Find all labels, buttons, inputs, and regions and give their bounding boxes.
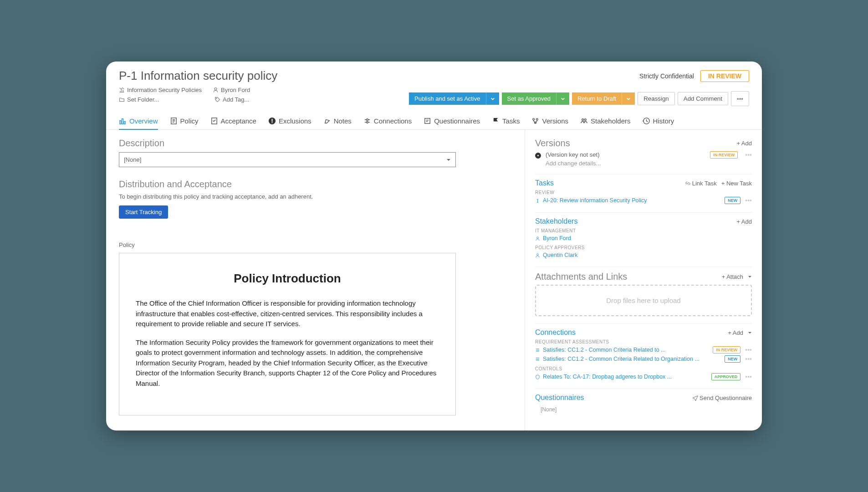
add-comment-button[interactable]: Add Comment [678, 92, 728, 105]
svg-point-21 [537, 253, 539, 255]
chart-icon [119, 87, 125, 93]
stakeholders-section: Stakeholders+ Add IT MANAGEMENT Byron Fo… [535, 212, 752, 259]
connection-item[interactable]: Satisfies: CC1.2 - Common Criteria Relat… [535, 345, 752, 354]
chevron-down-icon [626, 97, 631, 101]
connections-section: Connections+ Add REQUIREMENT ASSESSMENTS… [535, 323, 752, 381]
tasks-title[interactable]: Tasks [535, 179, 554, 187]
person-icon [535, 253, 540, 258]
connection-item[interactable]: Relates To: CA-17: Dropbag adgeres to Dr… [535, 372, 752, 381]
folder-icon [119, 97, 125, 102]
version-radio[interactable] [535, 153, 541, 159]
connection-category: CONTROLS [535, 366, 752, 371]
doc-title: Policy Introduction [136, 272, 439, 286]
person-icon [213, 87, 219, 93]
svg-rect-12 [425, 118, 430, 123]
draft-caret[interactable] [622, 94, 635, 104]
svg-point-16 [582, 119, 584, 121]
svg-point-17 [584, 119, 586, 121]
stakeholder-category: POLICY APPROVERS [535, 245, 752, 250]
stakeholders-title[interactable]: Stakeholders [535, 217, 577, 226]
approve-button[interactable]: Set as Approved [502, 92, 569, 105]
attachments-section: Attachments and Links+ Attach Drop files… [535, 266, 752, 316]
acceptance-icon [210, 117, 218, 125]
questionnaires-empty: [None] [535, 405, 752, 413]
tab-notes[interactable]: Notes [323, 117, 352, 129]
return-draft-button[interactable]: Return to Draft [572, 92, 635, 105]
publish-button[interactable]: Publish and set as Active [409, 92, 499, 105]
tab-tasks[interactable]: Tasks [492, 117, 520, 129]
connection-menu[interactable]: ••• [745, 355, 752, 363]
main-panel: Description [None] Distribution and Acce… [106, 130, 525, 430]
connection-menu[interactable]: ••• [745, 373, 752, 380]
reassign-button[interactable]: Reassign [638, 92, 675, 105]
connection-item[interactable]: Satisfies: CC1.2 - Common Criteria Relat… [535, 354, 752, 364]
stakeholders-icon [580, 117, 588, 125]
connection-badge: APPROVED [711, 373, 741, 380]
svg-rect-3 [122, 119, 123, 124]
connections-title[interactable]: Connections [535, 328, 576, 337]
connection-badge: NEW [725, 355, 740, 363]
attachments-title: Attachments and Links [535, 272, 627, 282]
tasks-section: Tasks Link Task+ New Task REVIEW AI-20: … [535, 174, 752, 205]
distribution-text: To begin distributing this policy and tr… [119, 193, 512, 200]
confidentiality-label: Strictly Confidential [639, 72, 694, 80]
add-tag-button[interactable]: Add Tag... [214, 96, 249, 103]
svg-point-13 [533, 118, 535, 120]
start-tracking-button[interactable]: Start Tracking [119, 205, 168, 219]
send-questionnaire-button[interactable]: Send Questionnaire [692, 395, 752, 401]
svg-rect-4 [124, 121, 125, 124]
tab-acceptance[interactable]: Acceptance [210, 117, 256, 129]
version-menu[interactable]: ••• [745, 151, 752, 159]
app-window: P-1 Information security policy Strictly… [106, 62, 762, 430]
send-icon [692, 395, 698, 401]
policy-label: Policy [119, 241, 512, 248]
questionnaires-icon [424, 117, 431, 125]
tab-overview[interactable]: Overview [119, 117, 158, 129]
owner-link[interactable]: Byron Ford [213, 87, 250, 93]
version-item[interactable]: (Version key not set)Add change details.… [546, 151, 705, 167]
task-category: REVIEW [535, 190, 752, 195]
tab-exclusions[interactable]: Exclusions [268, 117, 311, 129]
tab-history[interactable]: History [643, 117, 674, 129]
versions-icon [531, 117, 539, 125]
shield-icon [535, 374, 540, 379]
tab-connections[interactable]: Connections [363, 117, 412, 129]
more-menu-button[interactable]: ••• [731, 91, 749, 106]
add-stakeholder-button[interactable]: + Add [736, 218, 752, 225]
new-task-button[interactable]: + New Task [721, 180, 752, 187]
task-icon [535, 198, 540, 203]
policy-icon [170, 117, 178, 125]
caret-down-icon [748, 331, 752, 335]
flag-icon [492, 117, 500, 125]
approve-caret[interactable] [557, 94, 569, 104]
description-select[interactable]: [None] [119, 152, 456, 167]
tab-stakeholders[interactable]: Stakeholders [580, 117, 631, 129]
task-menu[interactable]: ••• [745, 197, 752, 204]
svg-point-19 [537, 199, 538, 200]
connection-menu[interactable]: ••• [745, 346, 752, 354]
svg-rect-2 [120, 121, 121, 124]
set-folder-button[interactable]: Set Folder... [119, 96, 159, 103]
person-icon [535, 236, 540, 241]
status-badge: IN REVIEW [700, 70, 749, 82]
add-connection-button[interactable]: + Add [728, 329, 752, 336]
tab-policy[interactable]: Policy [170, 117, 199, 129]
category-link[interactable]: Information Security Policies [119, 87, 202, 93]
stakeholder-item[interactable]: Byron Ford [535, 234, 752, 242]
versions-section: Versions+ Add (Version key not set)Add c… [535, 138, 752, 167]
questionnaires-title[interactable]: Questionnaires [535, 394, 584, 402]
tab-questionnaires[interactable]: Questionnaires [424, 117, 480, 129]
questionnaires-section: QuestionnairesSend Questionnaire [None] [535, 389, 752, 413]
add-version-button[interactable]: + Add [736, 140, 752, 147]
dropzone[interactable]: Drop files here to upload [535, 285, 752, 316]
attach-button[interactable]: + Attach [722, 273, 752, 280]
svg-point-14 [536, 118, 538, 120]
svg-point-1 [216, 98, 217, 99]
tab-versions[interactable]: Versions [531, 117, 568, 129]
svg-point-20 [537, 236, 539, 238]
task-item[interactable]: AI-20: Review information Security Polic… [535, 196, 752, 205]
action-bar: Publish and set as Active Set as Approve… [119, 91, 749, 110]
stakeholder-item[interactable]: Quentin Clark [535, 251, 752, 259]
link-task-button[interactable]: Link Task [685, 180, 717, 187]
publish-caret[interactable] [486, 94, 499, 104]
